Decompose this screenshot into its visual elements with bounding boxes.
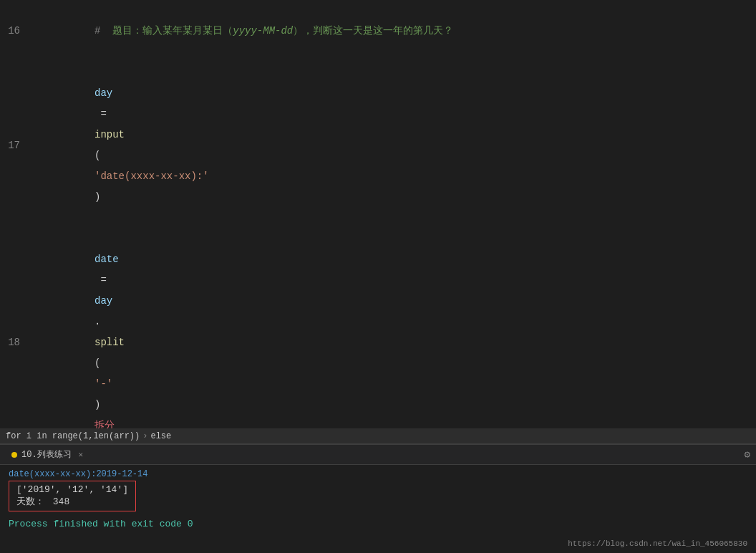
process-finished-line: Process finished with exit code 0 <box>9 519 747 529</box>
terminal-output: date(xxxx-xx-xx):2019-12-14 ['2019', '12… <box>0 465 756 553</box>
breadcrumb-part1: for i in range(1,len(arr)) <box>6 431 140 441</box>
terminal-tab-label: 10.列表练习 <box>21 448 72 461</box>
terminal-panel: 10.列表练习 ✕ ⚙ date(xxxx-xx-xx):2019-12-14 … <box>0 444 756 553</box>
tab-close-icon[interactable]: ✕ <box>79 450 84 459</box>
settings-icon[interactable]: ⚙ <box>745 448 750 461</box>
line-content-16: # 题目：输入某年某月某日（yyyy-MM-dd），判断这一天是这一年的第几天？ <box>29 0 756 62</box>
output-box: ['2019', '12', '14'] 天数： 348 <box>9 481 136 511</box>
code-editor: 16 # 题目：输入某年某月某日（yyyy-MM-dd），判断这一天是这一年的第… <box>0 0 756 444</box>
terminal-tab[interactable]: 10.列表练习 ✕ <box>6 448 89 461</box>
output-days: 天数： 348 <box>16 495 128 508</box>
output-list: ['2019', '12', '14'] <box>16 484 128 495</box>
code-table: 16 # 题目：输入某年某月某日（yyyy-MM-dd），判断这一天是这一年的第… <box>0 0 756 444</box>
footer-link: https://blog.csdn.net/wai_in_456065830 <box>568 539 747 548</box>
breadcrumb-separator: › <box>142 431 147 441</box>
code-line-18: 18 date = day . split ( '-' ) 拆分 <box>0 229 756 444</box>
tab-dot-icon <box>11 452 17 458</box>
breadcrumb-part2: else <box>150 431 171 441</box>
code-line-17: 17 day = input ( 'date(xxxx-xx-xx):' ) <box>0 62 756 229</box>
terminal-cmd-line: date(xxxx-xx-xx):2019-12-14 <box>9 469 747 479</box>
line-content-17: day = input ( 'date(xxxx-xx-xx):' ) <box>29 62 756 229</box>
terminal-tab-bar: 10.列表练习 ✕ ⚙ <box>0 445 756 465</box>
days-label: 天数： <box>16 496 44 507</box>
code-line-16: 16 # 题目：输入某年某月某日（yyyy-MM-dd），判断这一天是这一年的第… <box>0 0 756 62</box>
line-number-18: 18 <box>0 229 29 444</box>
line-number-17: 17 <box>0 62 29 229</box>
days-value: 348 <box>53 496 69 507</box>
breadcrumb-bar: for i in range(1,len(arr)) › else <box>0 428 756 444</box>
line-content-18: date = day . split ( '-' ) 拆分 <box>29 229 756 444</box>
line-number-16: 16 <box>0 0 29 62</box>
